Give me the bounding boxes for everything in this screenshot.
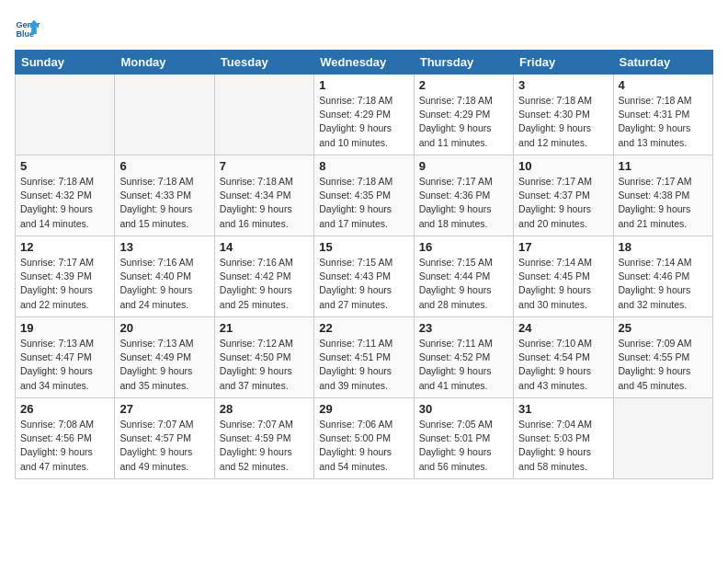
calendar-cell: 14Sunrise: 7:16 AM Sunset: 4:42 PM Dayli…: [214, 236, 313, 317]
column-header-sunday: Sunday: [16, 51, 115, 75]
day-number: 30: [419, 402, 508, 416]
calendar-header-row: SundayMondayTuesdayWednesdayThursdayFrid…: [16, 51, 713, 75]
column-header-monday: Monday: [115, 51, 214, 75]
day-info: Sunrise: 7:06 AM Sunset: 5:00 PM Dayligh…: [319, 418, 408, 474]
calendar-week-row: 5Sunrise: 7:18 AM Sunset: 4:32 PM Daylig…: [16, 155, 713, 236]
calendar-cell: 24Sunrise: 7:10 AM Sunset: 4:54 PM Dayli…: [514, 317, 613, 398]
day-number: 4: [619, 78, 708, 92]
day-number: 5: [20, 159, 109, 173]
day-number: 24: [518, 321, 608, 335]
day-number: 31: [518, 402, 608, 416]
day-info: Sunrise: 7:07 AM Sunset: 4:57 PM Dayligh…: [119, 418, 209, 474]
calendar-cell: 8Sunrise: 7:18 AM Sunset: 4:35 PM Daylig…: [314, 155, 414, 236]
day-info: Sunrise: 7:17 AM Sunset: 4:39 PM Dayligh…: [20, 256, 109, 312]
calendar-cell: 22Sunrise: 7:11 AM Sunset: 4:51 PM Dayli…: [314, 317, 414, 398]
day-info: Sunrise: 7:13 AM Sunset: 4:47 PM Dayligh…: [20, 337, 109, 393]
calendar-cell: 21Sunrise: 7:12 AM Sunset: 4:50 PM Dayli…: [214, 317, 313, 398]
calendar-week-row: 26Sunrise: 7:08 AM Sunset: 4:56 PM Dayli…: [16, 398, 713, 479]
day-info: Sunrise: 7:18 AM Sunset: 4:29 PM Dayligh…: [319, 94, 408, 150]
day-info: Sunrise: 7:17 AM Sunset: 4:36 PM Dayligh…: [419, 175, 508, 231]
day-info: Sunrise: 7:18 AM Sunset: 4:29 PM Dayligh…: [419, 94, 508, 150]
calendar-cell: 18Sunrise: 7:14 AM Sunset: 4:46 PM Dayli…: [613, 236, 712, 317]
day-number: 15: [319, 240, 408, 254]
day-number: 10: [518, 159, 608, 173]
day-info: Sunrise: 7:11 AM Sunset: 4:52 PM Dayligh…: [419, 337, 508, 393]
calendar-cell: 20Sunrise: 7:13 AM Sunset: 4:49 PM Dayli…: [115, 317, 214, 398]
day-number: 14: [220, 240, 309, 254]
day-number: 27: [119, 402, 209, 416]
calendar-cell: 6Sunrise: 7:18 AM Sunset: 4:33 PM Daylig…: [115, 155, 214, 236]
day-info: Sunrise: 7:12 AM Sunset: 4:50 PM Dayligh…: [220, 337, 309, 393]
calendar-cell: 11Sunrise: 7:17 AM Sunset: 4:38 PM Dayli…: [613, 155, 712, 236]
day-info: Sunrise: 7:15 AM Sunset: 4:44 PM Dayligh…: [419, 256, 508, 312]
calendar-week-row: 19Sunrise: 7:13 AM Sunset: 4:47 PM Dayli…: [16, 317, 713, 398]
column-header-tuesday: Tuesday: [214, 51, 313, 75]
day-number: 19: [20, 321, 109, 335]
day-info: Sunrise: 7:14 AM Sunset: 4:46 PM Dayligh…: [619, 256, 708, 312]
day-number: 11: [619, 159, 708, 173]
calendar-cell: 16Sunrise: 7:15 AM Sunset: 4:44 PM Dayli…: [414, 236, 513, 317]
calendar-cell: 9Sunrise: 7:17 AM Sunset: 4:36 PM Daylig…: [414, 155, 513, 236]
day-number: 25: [619, 321, 708, 335]
day-number: 3: [518, 78, 608, 92]
day-number: 12: [20, 240, 109, 254]
day-info: Sunrise: 7:17 AM Sunset: 4:38 PM Dayligh…: [619, 175, 708, 231]
day-number: 6: [119, 159, 209, 173]
column-header-friday: Friday: [514, 51, 613, 75]
page-header: General Blue: [15, 15, 713, 40]
calendar-cell: 26Sunrise: 7:08 AM Sunset: 4:56 PM Dayli…: [16, 398, 115, 479]
day-info: Sunrise: 7:18 AM Sunset: 4:30 PM Dayligh…: [518, 94, 608, 150]
calendar-week-row: 12Sunrise: 7:17 AM Sunset: 4:39 PM Dayli…: [16, 236, 713, 317]
calendar-cell: 28Sunrise: 7:07 AM Sunset: 4:59 PM Dayli…: [214, 398, 313, 479]
day-number: 2: [419, 78, 508, 92]
day-number: 28: [220, 402, 309, 416]
calendar-cell: 23Sunrise: 7:11 AM Sunset: 4:52 PM Dayli…: [414, 317, 513, 398]
day-info: Sunrise: 7:17 AM Sunset: 4:37 PM Dayligh…: [518, 175, 608, 231]
column-header-thursday: Thursday: [414, 51, 513, 75]
day-info: Sunrise: 7:07 AM Sunset: 4:59 PM Dayligh…: [220, 418, 309, 474]
day-number: 18: [619, 240, 708, 254]
column-header-wednesday: Wednesday: [314, 51, 414, 75]
calendar-cell: 19Sunrise: 7:13 AM Sunset: 4:47 PM Dayli…: [16, 317, 115, 398]
calendar-cell: 10Sunrise: 7:17 AM Sunset: 4:37 PM Dayli…: [514, 155, 613, 236]
day-number: 13: [119, 240, 209, 254]
calendar-cell: 30Sunrise: 7:05 AM Sunset: 5:01 PM Dayli…: [414, 398, 513, 479]
day-number: 7: [220, 159, 309, 173]
calendar-cell: 29Sunrise: 7:06 AM Sunset: 5:00 PM Dayli…: [314, 398, 414, 479]
day-number: 23: [419, 321, 508, 335]
calendar-cell: [613, 398, 712, 479]
calendar-cell: 5Sunrise: 7:18 AM Sunset: 4:32 PM Daylig…: [16, 155, 115, 236]
day-info: Sunrise: 7:18 AM Sunset: 4:32 PM Dayligh…: [20, 175, 109, 231]
calendar-cell: 4Sunrise: 7:18 AM Sunset: 4:31 PM Daylig…: [613, 75, 712, 155]
calendar-cell: [115, 75, 214, 155]
day-number: 21: [220, 321, 309, 335]
day-info: Sunrise: 7:18 AM Sunset: 4:34 PM Dayligh…: [220, 175, 309, 231]
logo: General Blue: [15, 15, 44, 40]
logo-icon: General Blue: [15, 15, 40, 40]
day-info: Sunrise: 7:15 AM Sunset: 4:43 PM Dayligh…: [319, 256, 408, 312]
svg-text:Blue: Blue: [16, 29, 34, 39]
day-info: Sunrise: 7:13 AM Sunset: 4:49 PM Dayligh…: [119, 337, 209, 393]
column-header-saturday: Saturday: [613, 51, 712, 75]
day-info: Sunrise: 7:05 AM Sunset: 5:01 PM Dayligh…: [419, 418, 508, 474]
day-info: Sunrise: 7:14 AM Sunset: 4:45 PM Dayligh…: [518, 256, 608, 312]
calendar-cell: 31Sunrise: 7:04 AM Sunset: 5:03 PM Dayli…: [514, 398, 613, 479]
day-info: Sunrise: 7:16 AM Sunset: 4:42 PM Dayligh…: [220, 256, 309, 312]
day-info: Sunrise: 7:11 AM Sunset: 4:51 PM Dayligh…: [319, 337, 408, 393]
calendar-cell: 25Sunrise: 7:09 AM Sunset: 4:55 PM Dayli…: [613, 317, 712, 398]
calendar-cell: 7Sunrise: 7:18 AM Sunset: 4:34 PM Daylig…: [214, 155, 313, 236]
day-info: Sunrise: 7:04 AM Sunset: 5:03 PM Dayligh…: [518, 418, 608, 474]
day-info: Sunrise: 7:16 AM Sunset: 4:40 PM Dayligh…: [119, 256, 209, 312]
calendar-body: 1Sunrise: 7:18 AM Sunset: 4:29 PM Daylig…: [16, 75, 713, 479]
day-number: 8: [319, 159, 408, 173]
calendar-cell: 12Sunrise: 7:17 AM Sunset: 4:39 PM Dayli…: [16, 236, 115, 317]
day-info: Sunrise: 7:18 AM Sunset: 4:33 PM Dayligh…: [119, 175, 209, 231]
day-info: Sunrise: 7:18 AM Sunset: 4:35 PM Dayligh…: [319, 175, 408, 231]
day-info: Sunrise: 7:09 AM Sunset: 4:55 PM Dayligh…: [619, 337, 708, 393]
day-info: Sunrise: 7:10 AM Sunset: 4:54 PM Dayligh…: [518, 337, 608, 393]
calendar-cell: 1Sunrise: 7:18 AM Sunset: 4:29 PM Daylig…: [314, 75, 414, 155]
day-number: 16: [419, 240, 508, 254]
calendar-cell: 17Sunrise: 7:14 AM Sunset: 4:45 PM Dayli…: [514, 236, 613, 317]
day-info: Sunrise: 7:08 AM Sunset: 4:56 PM Dayligh…: [20, 418, 109, 474]
calendar-cell: [16, 75, 115, 155]
